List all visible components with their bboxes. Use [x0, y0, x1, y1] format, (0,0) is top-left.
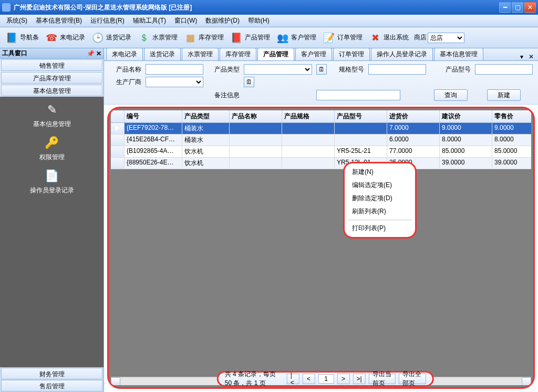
edit-icon: ✎ [43, 102, 61, 118]
grid-icon: ▦ [183, 30, 198, 45]
sg-after[interactable]: 售后管理 [1, 380, 102, 391]
clock-icon: 🕒 [90, 30, 105, 45]
tab-stock[interactable]: 库存管理 [220, 48, 256, 60]
table-row[interactable]: ▶{EEF79202-78…桶装水7.00009.00009.0000 [111, 123, 531, 135]
pager-page[interactable] [318, 374, 334, 384]
export-all-button[interactable]: 导出全部页 [399, 374, 426, 384]
inp-note[interactable] [316, 90, 400, 100]
app-icon [2, 3, 11, 12]
tabstrip: 来电记录 送货记录 水票管理 库存管理 产品管理 客户管理 订单管理 操作人员登… [104, 48, 538, 61]
tab-loginlog[interactable]: 操作人员登录记录 [371, 48, 433, 60]
sidebar-header: 工具窗口 📌 ✕ [0, 48, 104, 59]
menu-window[interactable]: 窗口(W) [171, 15, 200, 26]
lbl-name: 产品名称 [109, 65, 141, 74]
shop-select[interactable]: 总店 [428, 33, 464, 43]
tb-stock[interactable]: ▦库存管理 [181, 29, 226, 46]
tab-close-icon[interactable]: ✕ [526, 53, 536, 60]
window-title: 广州爱启迪技术有限公司-深田之星送水管理系统网络版 [已注册] [14, 3, 498, 12]
box-icon: 📕 [229, 30, 244, 45]
tab-call[interactable]: 来电记录 [106, 48, 143, 60]
close-button[interactable]: ✕ [524, 2, 536, 13]
menu-help[interactable]: 帮助(H) [245, 15, 273, 26]
tab-dropdown-icon[interactable]: ▾ [518, 53, 525, 60]
sidebar-item-basic[interactable]: ✎基本信息管理 [33, 102, 71, 129]
grid-area: 编号 产品类型 产品名称 产品规格 产品型号 进货价 建议价 零售价 ▶{EEF… [107, 107, 535, 389]
ctx-new[interactable]: 新建(N) [345, 166, 415, 179]
context-menu: 新建(N) 编辑选定项(E) 删除选定项(D) 刷新列表(R) 打印列表(P) [343, 162, 417, 239]
tab-ticket[interactable]: 水票管理 [182, 48, 219, 60]
menu-data[interactable]: 数据维护(D) [202, 15, 243, 26]
pager-prev[interactable]: < [303, 374, 315, 384]
tb-order[interactable]: 📝订单管理 [319, 29, 365, 46]
export-page-button[interactable]: 导出当前页 [369, 374, 396, 384]
key-icon: 🔑 [43, 135, 61, 151]
tab-delivery[interactable]: 送货记录 [144, 48, 181, 60]
sg-stock[interactable]: 产品库存管理 [1, 72, 102, 84]
col-name[interactable]: 产品名称 [230, 110, 282, 122]
tab-basic[interactable]: 基本信息管理 [434, 48, 483, 60]
sidebar: 工具窗口 📌 ✕ 销售管理 产品库存管理 基本信息管理 ✎基本信息管理 🔑权限管… [0, 48, 104, 392]
table-row[interactable]: {B1092865-4A…饮水机YR5-25L-2177.000085.0000… [111, 146, 531, 158]
content-area: 来电记录 送货记录 水票管理 库存管理 产品管理 客户管理 订单管理 操作人员登… [104, 48, 538, 392]
pager-summary: 共 4 条记录，每页 50 条，共 1 页 [225, 370, 284, 388]
tb-call[interactable]: ☎来电记录 [42, 29, 87, 46]
tb-exit[interactable]: ✖退出系统 [366, 29, 411, 46]
sidebar-body: ✎基本信息管理 🔑权限管理 📄操作员登录记录 [0, 97, 104, 367]
sidebar-item-login[interactable]: 📄操作员登录记录 [30, 168, 74, 195]
menu-tools[interactable]: 辅助工具(T) [130, 15, 169, 26]
sg-sales[interactable]: 销售管理 [1, 59, 102, 71]
pager-last[interactable]: >| [353, 374, 366, 384]
filter-form: 产品名称 产品类型 🗓 规格型号 产品型号 生产厂商 🗓 备注信息 查询 新建 [104, 61, 538, 105]
tb-delivery[interactable]: 🕒送货记录 [88, 29, 133, 46]
sg-finance[interactable]: 财务管理 [1, 368, 102, 379]
menu-basic[interactable]: 基本信息管理(B) [33, 15, 85, 26]
table-row[interactable]: {88950E26-4E…饮水机YR5-13L-0135.000039.0000… [111, 158, 531, 169]
ctx-refresh[interactable]: 刷新列表(R) [345, 205, 415, 218]
maximize-button[interactable]: ▢ [512, 2, 523, 13]
inp-type[interactable] [244, 64, 312, 75]
col-retail[interactable]: 零售价 [492, 110, 531, 122]
ctx-edit[interactable]: 编辑选定项(E) [345, 179, 415, 192]
lbl-note: 备注信息 [208, 91, 240, 100]
tab-product[interactable]: 产品管理 [257, 48, 294, 60]
menu-system[interactable]: 系统(S) [3, 15, 30, 26]
minimize-button[interactable]: ━ [499, 2, 511, 13]
doc-icon: 📝 [322, 30, 336, 45]
main-toolbar: 📘导航条 ☎来电记录 🕒送货记录 ＄水票管理 ▦库存管理 📕产品管理 👥客户管理… [0, 27, 538, 48]
ctx-delete[interactable]: 删除选定项(D) [345, 192, 415, 205]
tb-ticket[interactable]: ＄水票管理 [134, 29, 180, 46]
maker-picker-icon[interactable]: 🗓 [244, 77, 254, 87]
inp-spec[interactable] [368, 64, 426, 75]
tb-product[interactable]: 📕产品管理 [227, 29, 272, 46]
ctx-print[interactable]: 打印列表(P) [345, 222, 415, 235]
people-icon: 👥 [275, 30, 290, 45]
log-icon: 📄 [43, 168, 61, 184]
new-button[interactable]: 新建 [487, 89, 521, 101]
pin-icon[interactable]: 📌 ✕ [87, 50, 101, 57]
query-button[interactable]: 查询 [434, 89, 468, 101]
grid-header: 编号 产品类型 产品名称 产品规格 产品型号 进货价 建议价 零售价 [111, 110, 531, 123]
lbl-maker: 生产厂商 [109, 78, 141, 87]
col-type[interactable]: 产品类型 [182, 110, 230, 122]
col-suggest[interactable]: 建议价 [440, 110, 492, 122]
col-model[interactable]: 产品型号 [335, 110, 387, 122]
sg-basic[interactable]: 基本信息管理 [1, 85, 102, 96]
inp-model[interactable] [475, 64, 533, 75]
col-spec[interactable]: 产品规格 [282, 110, 335, 122]
table-row[interactable]: {415E26B4-CF…桶装水6.00008.00008.0000 [111, 135, 531, 146]
ctx-separator [348, 220, 412, 220]
tab-order[interactable]: 订单管理 [333, 48, 370, 60]
tb-nav[interactable]: 📘导航条 [2, 29, 41, 46]
col-cost[interactable]: 进货价 [387, 110, 440, 122]
pager-first[interactable]: |< [287, 374, 299, 384]
menu-run[interactable]: 运行信息(R) [87, 15, 128, 26]
sidebar-item-auth[interactable]: 🔑权限管理 [39, 135, 65, 162]
inp-maker[interactable] [146, 77, 203, 87]
pager-next[interactable]: > [337, 374, 350, 384]
type-picker-icon[interactable]: 🗓 [316, 64, 327, 75]
tab-customer[interactable]: 客户管理 [295, 48, 332, 60]
tb-customer[interactable]: 👥客户管理 [273, 29, 318, 46]
phone-icon: ☎ [44, 30, 59, 45]
inp-name[interactable] [146, 64, 203, 75]
col-id[interactable]: 编号 [125, 110, 182, 122]
